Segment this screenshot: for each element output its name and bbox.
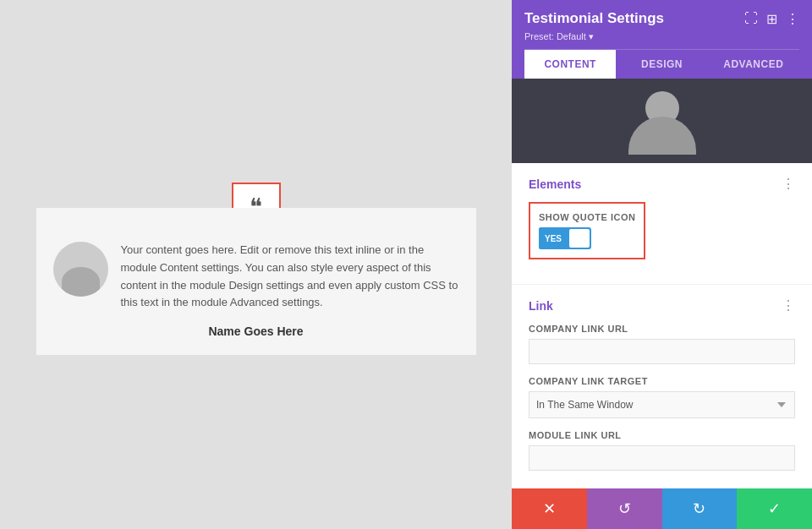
tab-content[interactable]: Content (524, 50, 616, 79)
company-target-field: Company Link Target In The Same Window I… (529, 376, 795, 418)
expand-icon[interactable]: ⛶ (744, 11, 758, 26)
toggle-yes-label: YES (539, 227, 568, 249)
module-url-input[interactable] (529, 445, 795, 471)
tab-design[interactable]: Design (616, 50, 707, 79)
panel-header-icons: ⛶ ⊞ ⋮ (744, 11, 799, 27)
grid-icon[interactable]: ⊞ (766, 11, 777, 27)
panel-header-top: Testimonial Settings ⛶ ⊞ ⋮ (524, 10, 799, 27)
cancel-button[interactable]: ✕ (512, 488, 587, 529)
link-section: Link ⋮ Company Link URL Company Link Tar… (512, 285, 812, 488)
redo-button[interactable]: ↻ (662, 488, 738, 529)
show-quote-icon-field: Show Quote Icon YES (529, 202, 795, 259)
canvas-area: ❝ Your content goes here. Edit or remove… (0, 0, 512, 529)
link-section-title: Link (529, 299, 553, 313)
link-menu-icon[interactable]: ⋮ (782, 297, 795, 314)
company-url-input[interactable] (529, 339, 795, 364)
save-icon: ✓ (768, 499, 781, 518)
module-url-field: Module Link URL (529, 430, 795, 471)
preview-body (628, 117, 696, 155)
preview-avatar-container (628, 87, 696, 155)
testimonial-text: Your content goes here. Edit or remove t… (121, 242, 459, 312)
tab-advanced[interactable]: Advanced (708, 50, 799, 79)
bottom-bar: ✕ ↺ ↻ ✓ (512, 488, 812, 529)
panel-title: Testimonial Settings (524, 10, 664, 27)
company-url-field: Company Link URL (529, 324, 795, 364)
redo-icon: ↻ (693, 499, 705, 518)
elements-section: Elements ⋮ Show Quote Icon YES (512, 163, 812, 285)
company-target-label: Company Link Target (529, 376, 795, 386)
link-section-header: Link ⋮ (529, 297, 795, 314)
testimonial-content: Your content goes here. Edit or remove t… (53, 225, 459, 312)
author-name: Name Goes Here (53, 324, 459, 338)
save-button[interactable]: ✓ (737, 488, 812, 529)
settings-panel: Testimonial Settings ⛶ ⊞ ⋮ Preset: Defau… (512, 0, 812, 529)
company-url-label: Company Link URL (529, 324, 795, 334)
company-target-select[interactable]: In The Same Window In The New Tab (529, 391, 795, 418)
quote-icon-highlight: Show Quote Icon YES (529, 202, 645, 259)
testimonial-widget: Your content goes here. Edit or remove t… (36, 208, 476, 355)
elements-section-title: Elements (529, 177, 581, 191)
undo-icon: ↺ (618, 499, 631, 518)
more-options-icon[interactable]: ⋮ (786, 11, 799, 27)
elements-section-header: Elements ⋮ (529, 176, 795, 192)
module-url-label: Module Link URL (529, 430, 795, 440)
preset-label[interactable]: Preset: Default ▾ (524, 31, 799, 42)
panel-body: Elements ⋮ Show Quote Icon YES Lin (512, 79, 812, 488)
cancel-icon: ✕ (543, 499, 556, 518)
preview-area (512, 79, 812, 163)
toggle-container: YES (539, 227, 635, 249)
undo-button[interactable]: ↺ (587, 488, 662, 529)
show-quote-icon-label: Show Quote Icon (539, 212, 635, 222)
avatar (53, 242, 108, 297)
panel-tabs: Content Design Advanced (524, 49, 799, 79)
quote-icon-toggle[interactable]: YES (539, 227, 591, 249)
elements-menu-icon[interactable]: ⋮ (782, 176, 795, 192)
avatar-body-shape (62, 267, 100, 297)
toggle-knob (569, 229, 590, 248)
panel-header: Testimonial Settings ⛶ ⊞ ⋮ Preset: Defau… (512, 0, 812, 79)
